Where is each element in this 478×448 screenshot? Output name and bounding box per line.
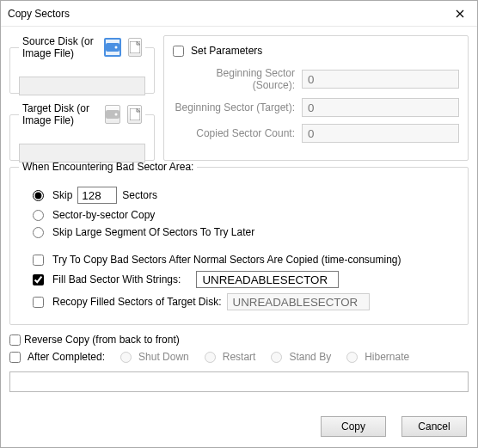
reverse-copy-checkbox[interactable] (9, 334, 21, 346)
source-disk-button[interactable] (104, 38, 121, 57)
status-box (9, 371, 469, 392)
reverse-copy-label: Reverse Copy (from back to front) (24, 334, 180, 346)
target-path-field (19, 144, 145, 163)
recopy-label: Recopy Filled Sectors of Target Disk: (52, 296, 222, 308)
fill-string-checkbox[interactable] (33, 274, 44, 285)
svg-rect-3 (106, 110, 120, 119)
disk-icon (106, 43, 120, 52)
after-hibernate-label: Hibernate (365, 351, 409, 363)
close-icon (456, 9, 464, 18)
target-file-button[interactable] (127, 105, 142, 124)
after-standby-radio (271, 352, 282, 363)
svg-rect-0 (106, 43, 120, 52)
after-hibernate-radio (346, 352, 358, 363)
after-restart-label: Restart (223, 351, 256, 363)
after-restart-radio (205, 352, 216, 363)
skip-label-before: Skip (52, 189, 72, 201)
source-legend: Source Disk (or Image File) (19, 35, 145, 59)
param-begin-source-label: Beginning Sector (Source): (173, 67, 302, 91)
titlebar: Copy Sectors (1, 1, 477, 27)
bad-sector-legend: When Encountering Bad Sector Area: (19, 161, 197, 173)
source-file-button[interactable] (128, 38, 142, 57)
skip-large-label: Skip Large Segment Of Sectors To Try Lat… (52, 226, 254, 238)
target-disk-button[interactable] (105, 105, 120, 124)
set-parameters-checkbox[interactable] (173, 46, 184, 57)
fill-string-input[interactable] (196, 271, 339, 288)
bad-sector-group: When Encountering Bad Sector Area: Skip … (9, 161, 469, 325)
try-copy-checkbox[interactable] (33, 255, 44, 266)
sector-by-sector-radio[interactable] (33, 210, 44, 221)
after-shutdown-label: Shut Down (138, 351, 189, 363)
after-completed-checkbox[interactable] (9, 352, 21, 363)
window-title: Copy Sectors (8, 8, 443, 20)
recopy-checkbox[interactable] (33, 297, 44, 308)
target-label: Target Disk (or Image File) (22, 102, 98, 126)
target-group: Target Disk (or Image File) (9, 102, 155, 161)
close-button[interactable] (443, 1, 477, 27)
after-shutdown-radio (120, 352, 132, 363)
cancel-button[interactable]: Cancel (401, 416, 467, 437)
file-icon (130, 41, 140, 53)
copy-button[interactable]: Copy (321, 416, 386, 437)
recopy-input (227, 293, 370, 310)
skip-large-radio[interactable] (33, 227, 44, 238)
skip-count-input[interactable] (77, 187, 117, 204)
source-path-field (19, 77, 145, 95)
parameters-group: Set Parameters Beginning Sector (Source)… (163, 35, 469, 161)
skip-label-after: Sectors (122, 189, 157, 201)
file-icon (130, 108, 140, 120)
window: Copy Sectors Source Disk (or Image File) (0, 0, 478, 448)
fill-string-label: Fill Bad Sector With Strings: (52, 273, 181, 285)
set-parameters-label: Set Parameters (191, 45, 262, 57)
dialog-body: Source Disk (or Image File) Target Disk … (1, 27, 477, 447)
param-count-label: Copied Sector Count: (173, 127, 302, 139)
try-copy-label: Try To Copy Bad Sectors After Normal Sec… (52, 254, 401, 266)
svg-point-4 (115, 114, 118, 116)
disk-icon (106, 110, 120, 119)
param-count-input (302, 124, 459, 143)
after-standby-label: Stand By (289, 351, 331, 363)
target-legend: Target Disk (or Image File) (19, 102, 145, 126)
source-group: Source Disk (or Image File) (9, 35, 155, 94)
param-begin-source-input (302, 70, 459, 89)
sector-by-sector-label: Sector-by-sector Copy (52, 209, 155, 221)
after-completed-label: After Completed: (28, 351, 105, 363)
skip-radio[interactable] (33, 190, 44, 201)
param-begin-target-input (302, 98, 459, 117)
svg-point-1 (114, 46, 117, 49)
source-label: Source Disk (or Image File) (22, 35, 97, 59)
param-begin-target-label: Beginning Sector (Target): (173, 101, 302, 114)
